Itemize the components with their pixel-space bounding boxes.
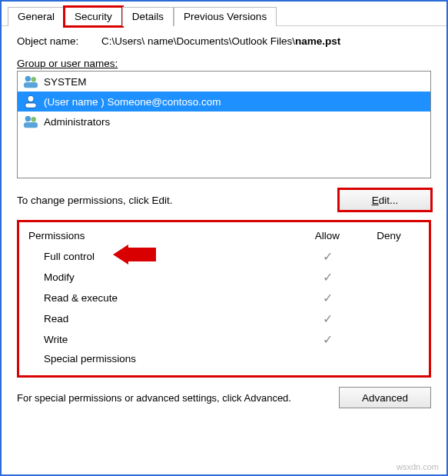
list-item[interactable]: Administrators: [18, 112, 430, 131]
perm-name: Write: [44, 334, 297, 345]
list-item-label: Administrators: [44, 116, 110, 128]
object-path: C:\Users\ name\Documents\Outlook Files\n…: [101, 35, 431, 47]
permissions-box: Permissions Allow Deny Full control ✓ Mo…: [17, 220, 431, 378]
properties-panel: Object name: C:\Users\ name\Documents\Ou…: [2, 26, 446, 416]
object-path-prefix: C:\Users\ name\Documents\Outlook Files\: [101, 35, 295, 47]
arrow-icon: [113, 245, 156, 265]
advanced-hint: For special permissions or advanced sett…: [17, 392, 331, 404]
svg-point-6: [31, 117, 35, 121]
svg-point-1: [31, 77, 35, 82]
perm-row-full-control: Full control ✓: [28, 246, 420, 267]
svg-rect-4: [25, 103, 37, 108]
group-icon: [22, 114, 39, 129]
allow-check-icon: ✓: [297, 291, 358, 305]
object-name-label: Object name:: [17, 35, 101, 47]
list-item-label: (User name ) Someone@contoso.com: [44, 96, 221, 108]
svg-point-3: [28, 95, 34, 102]
tab-security[interactable]: Security: [65, 7, 122, 26]
svg-rect-2: [24, 82, 38, 88]
watermark: wsxdn.com: [397, 462, 439, 471]
perm-name: Modify: [44, 271, 297, 283]
advanced-button[interactable]: Advanced: [339, 387, 431, 408]
perm-name: Full control: [44, 251, 297, 262]
tab-bar: General Security Details Previous Versio…: [2, 2, 446, 26]
edit-button[interactable]: Edit...: [339, 189, 431, 211]
perm-row-read: Read ✓: [28, 308, 420, 329]
perm-row-special: Special permissions: [28, 350, 420, 368]
group-icon: [22, 74, 39, 89]
perm-row-write: Write ✓: [28, 329, 420, 350]
advanced-row: For special permissions or advanced sett…: [17, 387, 431, 408]
perm-col-deny: Deny: [358, 230, 420, 241]
svg-point-5: [25, 116, 31, 121]
allow-check-icon: ✓: [297, 332, 358, 347]
list-item[interactable]: (User name ) Someone@contoso.com: [18, 92, 430, 112]
list-item-label: SYSTEM: [44, 76, 87, 88]
object-name-row: Object name: C:\Users\ name\Documents\Ou…: [17, 35, 431, 47]
user-icon: [22, 94, 39, 109]
allow-check-icon: ✓: [297, 249, 358, 264]
permissions-header: Permissions Allow Deny: [28, 230, 420, 241]
allow-check-icon: ✓: [297, 311, 358, 326]
groups-label: Group or user names:: [17, 58, 431, 69]
perm-name: Read & execute: [44, 292, 297, 304]
tab-details[interactable]: Details: [122, 7, 174, 26]
perm-name: Read: [44, 313, 297, 325]
list-item[interactable]: SYSTEM: [18, 72, 430, 92]
edit-hint: To change permissions, click Edit.: [17, 195, 339, 206]
perm-row-read-execute: Read & execute ✓: [28, 288, 420, 308]
allow-check-icon: ✓: [297, 270, 358, 285]
perm-name: Special permissions: [44, 353, 297, 364]
object-path-file: name.pst: [295, 35, 340, 47]
perm-col-name: Permissions: [28, 230, 297, 241]
perm-col-allow: Allow: [297, 230, 358, 241]
tab-previous-versions[interactable]: Previous Versions: [174, 7, 277, 26]
groups-listbox[interactable]: SYSTEM (User name ) Someone@contoso.com …: [17, 71, 431, 178]
edit-row: To change permissions, click Edit. Edit.…: [17, 189, 431, 211]
svg-point-0: [25, 76, 31, 82]
edit-button-suffix: dit...: [379, 195, 399, 206]
svg-rect-7: [24, 122, 38, 128]
perm-row-modify: Modify ✓: [28, 267, 420, 288]
tab-general[interactable]: General: [8, 7, 65, 26]
